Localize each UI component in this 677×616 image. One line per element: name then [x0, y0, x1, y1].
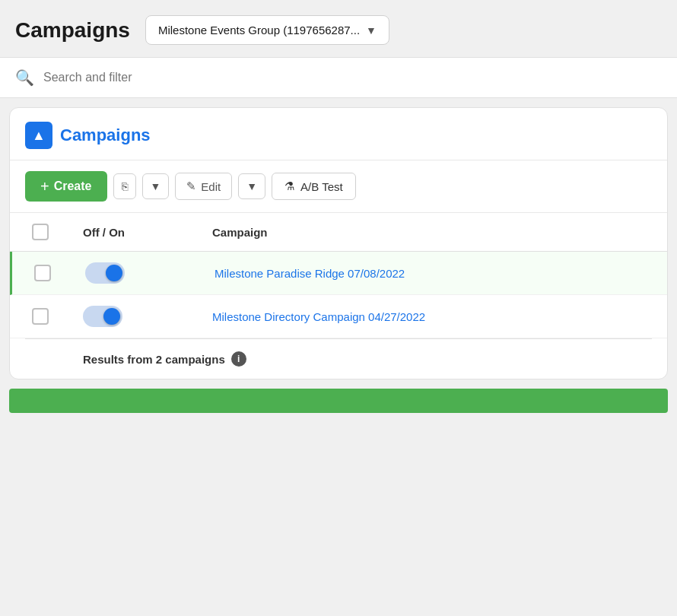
toggle-thumb: [103, 308, 120, 325]
header-checkbox-cell: [10, 213, 71, 251]
results-row: Results from 2 campaigns i: [10, 339, 667, 379]
top-header: Campaigns Milestone Events Group (119765…: [0, 0, 677, 57]
row2-checkbox-cell: [10, 295, 71, 338]
copy-button[interactable]: ⎘: [113, 173, 136, 199]
campaigns-section-label: Campaigns: [60, 125, 151, 145]
account-dropdown[interactable]: Milestone Events Group (1197656287... ▼: [145, 15, 389, 45]
search-icon: 🔍: [15, 68, 34, 87]
row2-campaign-link[interactable]: Milestone Directory Campaign 04/27/2022: [212, 310, 425, 323]
edit-button[interactable]: ✎ Edit: [175, 173, 232, 200]
toolbar: + Create ⎘ ▼ ✎ Edit ▼ ⚗ A/B Test: [10, 160, 667, 213]
main-content: ▲ Campaigns + Create ⎘ ▼ ✎ Edit ▼ ⚗ A/B …: [9, 107, 668, 379]
chevron-down-icon: ▼: [246, 180, 257, 192]
table-row: Milestone Directory Campaign 04/27/2022: [10, 295, 667, 338]
campaign-header-label: Campaign: [212, 226, 268, 239]
toggle-thumb: [106, 265, 122, 281]
account-name: Milestone Events Group (1197656287...: [158, 24, 360, 37]
edit-chevron-button[interactable]: ▼: [238, 173, 265, 199]
results-text: Results from 2 campaigns: [83, 353, 225, 366]
header-off-on: Off / On: [71, 213, 200, 251]
chevron-down-icon: ▼: [366, 24, 377, 37]
header-campaign: Campaign: [200, 213, 667, 251]
row2-campaign-cell: Milestone Directory Campaign 04/27/2022: [200, 295, 667, 338]
row2-checkbox[interactable]: [32, 308, 49, 325]
search-bar: 🔍: [0, 57, 677, 98]
page-title: Campaigns: [15, 18, 130, 43]
plus-icon: +: [40, 179, 49, 194]
row1-campaign-link[interactable]: Milestone Paradise Ridge 07/08/2022: [215, 267, 405, 280]
copy-chevron-button[interactable]: ▼: [142, 173, 170, 199]
off-on-header-label: Off / On: [83, 226, 125, 239]
pencil-icon: ✎: [186, 179, 196, 193]
row1-checkbox-cell: [12, 252, 73, 294]
row1-checkbox[interactable]: [34, 265, 51, 281]
select-all-checkbox[interactable]: [32, 224, 49, 240]
ab-test-button[interactable]: ⚗ A/B Test: [272, 173, 356, 200]
ab-test-label: A/B Test: [300, 180, 343, 193]
bottom-bar: [9, 389, 668, 413]
table-row: Milestone Paradise Ridge 07/08/2022: [10, 252, 667, 295]
table: Off / On Campaign Milestone Paradise Rid…: [10, 213, 667, 379]
edit-label: Edit: [201, 180, 221, 193]
row1-campaign-cell: Milestone Paradise Ridge 07/08/2022: [202, 252, 667, 294]
copy-icon: ⎘: [122, 180, 128, 192]
row2-toggle-cell: [71, 295, 200, 338]
campaigns-header: ▲ Campaigns: [10, 108, 667, 160]
row1-toggle[interactable]: [85, 262, 125, 284]
campaigns-folder-icon: ▲: [25, 122, 52, 149]
chevron-down-icon: ▼: [151, 180, 161, 192]
flask-icon: ⚗: [284, 179, 294, 193]
row1-toggle-cell: [73, 252, 202, 294]
folder-arrow-icon: ▲: [32, 128, 46, 144]
search-input[interactable]: [43, 71, 662, 84]
info-icon[interactable]: i: [231, 351, 246, 367]
create-button[interactable]: + Create: [25, 171, 107, 202]
table-header: Off / On Campaign: [10, 213, 667, 252]
create-label: Create: [54, 179, 92, 193]
row2-toggle[interactable]: [83, 306, 122, 327]
